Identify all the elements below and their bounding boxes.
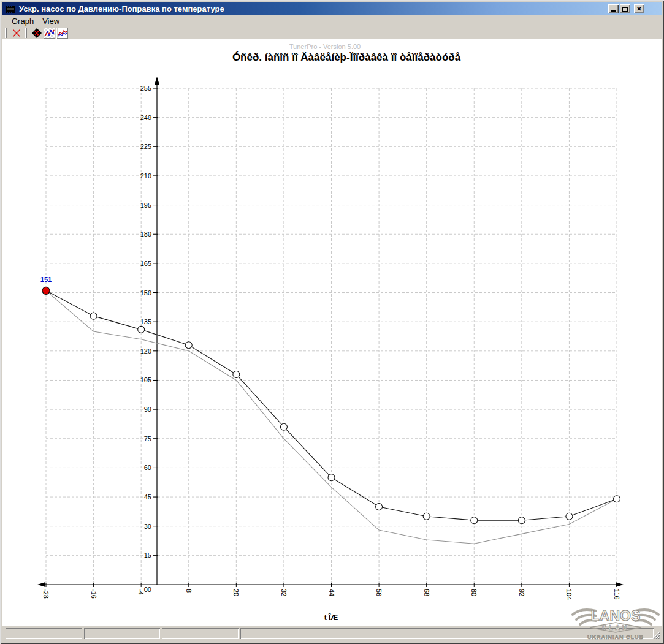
x-tick-label: -16 (90, 589, 97, 599)
x-axis-title: t ÎÆ (324, 613, 338, 622)
gridlines (46, 88, 617, 585)
y-tick-label: 75 (144, 435, 151, 442)
data-point-marker[interactable] (138, 326, 145, 333)
data-point-marker[interactable] (328, 474, 335, 481)
selected-value-label: 151 (40, 276, 52, 283)
x-tick-label: 80 (470, 589, 478, 596)
menu-bar: Graph View (2, 15, 662, 27)
data-point-marker[interactable] (376, 503, 383, 510)
data-point-marker[interactable] (518, 517, 525, 524)
x-tick-label: 20 (232, 589, 240, 596)
app-window: Ускр. насос по Давлению-Поправка по темп… (0, 0, 664, 644)
y-tick-label: 150 (140, 289, 151, 297)
y-tick-label: 90 (144, 406, 151, 413)
y-tick-label: 255 (140, 85, 151, 92)
chart-client-area: -28-16-482032445668809210411615304560759… (2, 39, 662, 626)
y-tick-label: 120 (140, 347, 151, 355)
y-tick-label: 60 (144, 464, 151, 471)
y-tick-label: 45 (144, 493, 151, 501)
y-tick-label: 105 (140, 376, 151, 384)
x-tick-label: 32 (280, 589, 288, 596)
line-points-chart-icon (45, 28, 55, 38)
close-icon: ✕ (636, 6, 641, 12)
toolbar-grip[interactable] (5, 28, 7, 38)
toolbar (2, 27, 662, 39)
x-tick-label: 56 (375, 589, 383, 596)
x-tick-label: 68 (423, 589, 430, 596)
axes (41, 83, 620, 585)
x-tick-label: 104 (565, 589, 573, 600)
x-tick-label: -28 (42, 589, 50, 599)
maximize-icon (622, 7, 628, 12)
x-tick-label: 8 (185, 589, 193, 593)
status-bar (2, 626, 662, 642)
x-axis-arrow-left (37, 582, 45, 587)
chart-title: Óñêð. íàñîñ ïî Äàâëåíèþ-Ïîïðàâêà ïî òåìï… (232, 51, 460, 64)
y-tick-label: 30 (144, 523, 151, 530)
statusbar-panel-3 (162, 628, 239, 639)
x-axis-arrow-right (616, 582, 624, 587)
menu-graph[interactable]: Graph (7, 16, 38, 26)
statusbar-panel-1 (6, 628, 82, 639)
resize-grip[interactable] (652, 631, 660, 639)
graph-points-view-button[interactable] (44, 28, 55, 39)
y-tick-label-zero: 00 (144, 586, 151, 593)
chip-icon (5, 5, 16, 13)
data-point-marker[interactable] (185, 342, 192, 349)
statusbar-panel-2 (84, 628, 160, 639)
data-point-marker[interactable] (280, 423, 287, 430)
y-tick-label: 240 (140, 114, 151, 121)
data-point-marker[interactable] (566, 513, 573, 520)
menu-view[interactable]: View (38, 16, 64, 26)
statusbar-panel-4 (240, 628, 654, 639)
y-tick-label: 180 (140, 230, 151, 238)
crosshair-target-icon (32, 28, 42, 38)
delete-button[interactable] (10, 28, 22, 39)
trace-center-button[interactable] (31, 28, 42, 39)
overlay-chart-icon (58, 28, 67, 38)
y-tick-label: 135 (140, 318, 151, 325)
toolbar-grip-2[interactable] (25, 28, 27, 38)
graph-compare-view-button[interactable] (56, 28, 68, 39)
data-point-marker[interactable] (471, 517, 478, 524)
y-tick-label: 195 (140, 202, 151, 209)
data-point-marker[interactable] (233, 371, 240, 377)
y-tick-label: 225 (140, 143, 151, 150)
x-tick-label: 44 (328, 589, 335, 596)
y-tick-label: 165 (140, 260, 151, 267)
data-point-marker[interactable] (90, 313, 97, 319)
x-tick-label: 116 (613, 589, 620, 600)
minimize-button[interactable] (608, 4, 619, 13)
maximize-button[interactable] (620, 4, 630, 13)
data-point-marker[interactable] (423, 513, 430, 520)
data-point-marker[interactable] (614, 496, 620, 502)
close-button[interactable]: ✕ (634, 4, 644, 13)
graph-canvas[interactable]: -28-16-482032445668809210411615304560759… (2, 39, 662, 626)
x-tick-label: 92 (518, 589, 525, 596)
y-tick-label: 15 (144, 551, 151, 559)
selected-data-point[interactable] (42, 287, 50, 294)
red-x-icon (12, 29, 21, 37)
y-tick-label: 210 (140, 172, 151, 180)
minimize-icon (611, 10, 616, 12)
window-title: Ускр. насос по Давлению-Поправка по темп… (19, 4, 608, 13)
y-axis-arrow (155, 77, 159, 85)
title-bar[interactable]: Ускр. насос по Давлению-Поправка по темп… (2, 2, 662, 15)
app-version-watermark: TunerPro - Version 5.00 (289, 43, 361, 50)
